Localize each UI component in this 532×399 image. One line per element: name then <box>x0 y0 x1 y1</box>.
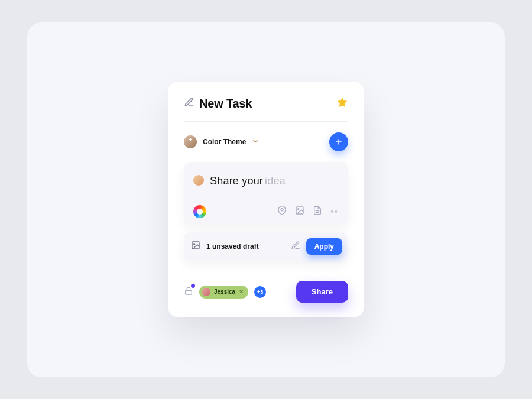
theme-row: Color Theme <box>184 132 348 151</box>
more-icon[interactable]: •• <box>330 207 339 216</box>
title-group: New Task <box>184 97 252 111</box>
apply-button[interactable]: Apply <box>306 238 342 255</box>
document-icon[interactable] <box>313 206 322 218</box>
draft-row: 1 unsaved draft Apply <box>184 232 348 261</box>
pencil-icon[interactable] <box>184 97 194 110</box>
color-wheel-icon[interactable] <box>193 205 206 218</box>
footer-left: Jessica ✕ +3 <box>184 286 266 299</box>
svg-point-8 <box>194 244 195 245</box>
lock-icon[interactable] <box>184 286 193 299</box>
composer-input[interactable]: Share your idea <box>210 173 286 187</box>
composer-placeholder-tail: idea <box>265 175 286 187</box>
location-icon[interactable] <box>277 206 287 218</box>
svg-point-2 <box>281 209 283 211</box>
image-icon[interactable] <box>295 206 304 218</box>
composer-typed-text: Share your <box>210 175 263 187</box>
theme-label: Color Theme <box>203 138 246 146</box>
idea-composer: Share your idea •• <box>184 162 348 225</box>
chevron-down-icon <box>252 137 259 147</box>
chip-name: Jessica <box>214 288 235 295</box>
chip-avatar <box>202 288 210 296</box>
svg-point-4 <box>298 209 299 210</box>
svg-rect-9 <box>186 290 192 294</box>
card-header: New Task <box>184 96 348 122</box>
share-button[interactable]: Share <box>296 281 348 303</box>
user-avatar <box>184 135 197 148</box>
edit-draft-icon[interactable] <box>291 241 300 252</box>
add-button[interactable] <box>329 132 348 151</box>
tool-icon-group: •• <box>277 206 339 218</box>
chip-remove-icon[interactable]: ✕ <box>239 288 244 295</box>
more-members-badge[interactable]: +3 <box>254 286 266 298</box>
card-title: New Task <box>199 97 252 111</box>
new-task-card: New Task Color Theme Share you <box>168 82 364 317</box>
composer-toolbar: •• <box>193 205 339 218</box>
text-caret <box>264 174 264 186</box>
notification-dot <box>191 284 195 288</box>
star-icon[interactable] <box>336 96 348 111</box>
composer-input-row[interactable]: Share your idea <box>193 173 339 187</box>
draft-image-icon <box>191 241 200 252</box>
user-chip[interactable]: Jessica ✕ <box>199 286 248 299</box>
composer-avatar <box>193 175 204 186</box>
app-frame: New Task Color Theme Share you <box>27 22 505 377</box>
card-footer: Jessica ✕ +3 Share <box>184 281 348 303</box>
theme-selector[interactable]: Color Theme <box>184 135 259 148</box>
draft-label: 1 unsaved draft <box>206 242 285 251</box>
